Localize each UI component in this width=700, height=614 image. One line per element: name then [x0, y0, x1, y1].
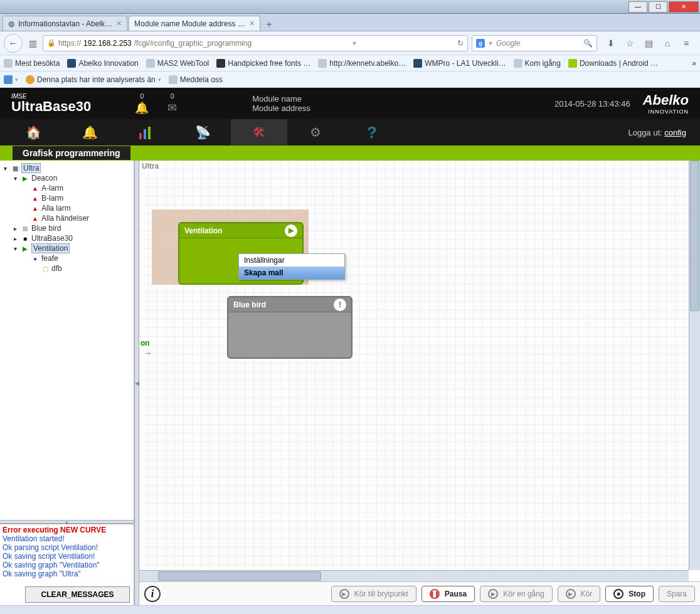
- message-line: Error executing NEW CURVE: [3, 526, 131, 534]
- library-icon[interactable]: ▤: [642, 37, 655, 50]
- message-list[interactable]: Error executing NEW CURVEVentilation sta…: [0, 524, 134, 585]
- tree-label: feafe: [41, 254, 58, 263]
- bookmark-item[interactable]: http://kennetv.abelko…: [318, 59, 406, 68]
- module-name: Module name: [252, 94, 310, 103]
- tree-root[interactable]: ▾ ▦ Ultra: [1, 163, 132, 173]
- new-tab-button[interactable]: +: [262, 18, 277, 31]
- tree-item[interactable]: ▲A-larm: [1, 183, 132, 193]
- play-icon[interactable]: ▶: [285, 225, 297, 237]
- tree-node-icon: ⊞: [21, 225, 29, 232]
- vertical-splitter[interactable]: ◀: [134, 161, 139, 605]
- horizontal-scrollbar[interactable]: [139, 570, 689, 581]
- tree-item[interactable]: ▸⊞Blue bird: [1, 223, 132, 233]
- recent-pages-icon[interactable]: ▥: [26, 37, 39, 50]
- tree-item[interactable]: ▾▶Deacon: [1, 173, 132, 183]
- window-close-button[interactable]: ✕: [669, 1, 699, 13]
- logout: Logga ut: config: [628, 128, 695, 137]
- bookmark-item[interactable]: Kom igång: [514, 59, 561, 68]
- left-panel: ▾ ▦ Ultra ▾▶Deacon▲A-larm▲B-larm▲Alla la…: [0, 161, 134, 605]
- tree-view[interactable]: ▾ ▦ Ultra ▾▶Deacon▲A-larm▲B-larm▲Alla la…: [0, 161, 134, 520]
- search-dropdown-icon[interactable]: ▾: [489, 39, 492, 48]
- nav-charts[interactable]: [118, 119, 174, 146]
- bookmark-item[interactable]: WMPro - LA1 Utveckli…: [413, 59, 506, 68]
- context-menu-item[interactable]: Skapa mall: [239, 267, 344, 279]
- tree-item[interactable]: ▲Alla händelser: [1, 213, 132, 223]
- tree-label: UltraBase30: [31, 234, 73, 243]
- tree-node-icon: ▢: [41, 265, 49, 272]
- expand-icon[interactable]: ▾: [11, 245, 19, 252]
- back-button[interactable]: ←: [4, 34, 23, 53]
- node-bluebird[interactable]: Blue bird !: [227, 296, 353, 359]
- tree-item[interactable]: ●feafe: [1, 253, 132, 263]
- brand-logo: Abelko INNOVATION: [643, 92, 689, 115]
- reload-icon[interactable]: ↻: [457, 39, 464, 48]
- tree-label: Ultra: [21, 163, 41, 173]
- play-icon: ▶: [339, 589, 349, 599]
- close-icon[interactable]: ✕: [116, 19, 122, 28]
- expand-icon[interactable]: ▸: [11, 225, 19, 232]
- bookmarks-overflow[interactable]: »: [692, 59, 696, 68]
- alarm-indicator[interactable]: 0 🔔: [135, 92, 149, 115]
- search-icon[interactable]: 🔍: [583, 39, 593, 48]
- stop-icon: ■: [613, 589, 623, 599]
- logout-link[interactable]: config: [664, 128, 686, 137]
- save-button[interactable]: Spara: [659, 586, 695, 602]
- dropdown-icon[interactable]: ▾: [353, 39, 356, 48]
- home-icon[interactable]: ⌂: [661, 37, 674, 50]
- stop-button[interactable]: ■Stop: [605, 586, 654, 602]
- main-area: ▾ ▦ Ultra ▾▶Deacon▲A-larm▲B-larm▲Alla la…: [0, 161, 700, 605]
- site-icon: [216, 59, 225, 68]
- mail-indicator[interactable]: 0 ✉: [167, 92, 177, 115]
- run-once-button[interactable]: ▶Kör en gång: [480, 586, 552, 602]
- info-button[interactable]: i: [144, 586, 161, 602]
- scrollbar-thumb[interactable]: [690, 161, 699, 311]
- clear-messages-button[interactable]: CLEAR_MESSAGES: [25, 586, 130, 603]
- tree-item[interactable]: ▸■UltraBase30: [1, 233, 132, 243]
- close-icon[interactable]: ✕: [249, 19, 255, 28]
- tree-item[interactable]: ▾▶Ventilation: [1, 243, 132, 253]
- pause-button[interactable]: ❚❚Pausa: [422, 586, 475, 602]
- expand-icon[interactable]: ▸: [11, 235, 19, 242]
- run-to-breakpoint-button[interactable]: ▶Kör till brytpunkt: [331, 586, 416, 602]
- nav-comm[interactable]: 📡: [174, 119, 231, 146]
- nav-home[interactable]: 🏠: [5, 119, 61, 146]
- collapse-icon[interactable]: ▾: [1, 165, 9, 172]
- canvas-viewport[interactable]: Ultra Ventilation ▶ Blue bird !: [139, 161, 689, 570]
- nav-help[interactable]: ?: [344, 119, 400, 146]
- nav-alarms[interactable]: 🔔: [61, 119, 118, 146]
- context-menu[interactable]: Inställningar Skapa mall: [238, 253, 345, 280]
- bookmark-icon[interactable]: ☆: [623, 37, 636, 50]
- bookmarks-toolbar: Mest besökta Abelko Innovation MAS2 WebT…: [0, 55, 700, 71]
- search-bar[interactable]: g ▾ Google 🔍: [472, 35, 597, 51]
- addon-link[interactable]: Meddela oss: [169, 75, 223, 84]
- downloads-icon[interactable]: ⬇: [605, 37, 617, 50]
- tree-label: Deacon: [31, 174, 57, 183]
- window-maximize-button[interactable]: ☐: [649, 1, 667, 13]
- addon-status[interactable]: Denna plats har inte analyserats än ▾: [26, 75, 161, 84]
- nav-config[interactable]: 🛠: [231, 119, 287, 146]
- canvas-footer: i ▶Kör till brytpunkt ❚❚Pausa ▶Kör en gå…: [139, 581, 700, 605]
- bookmark-item[interactable]: MAS2 WebTool: [146, 59, 209, 68]
- browser-tab[interactable]: Module name Module address … ✕: [129, 16, 260, 31]
- tree-item[interactable]: ▲B-larm: [1, 193, 132, 203]
- bookmark-item[interactable]: Handpicked free fonts …: [216, 59, 310, 68]
- nav-system[interactable]: ⚙: [287, 119, 344, 146]
- canvas[interactable]: Ultra Ventilation ▶ Blue bird !: [139, 161, 689, 570]
- scrollbar-thumb[interactable]: [158, 571, 321, 581]
- window-minimize-button[interactable]: —: [628, 1, 647, 13]
- menu-icon[interactable]: ≡: [680, 37, 692, 50]
- bookmark-item[interactable]: Mest besökta: [4, 59, 60, 68]
- run-button[interactable]: ▶Kör: [558, 586, 601, 602]
- os-resize-grip[interactable]: [0, 605, 700, 614]
- message-line: Ok parsing script Ventilation!: [3, 543, 131, 552]
- bookmark-item[interactable]: Downloads | Android …: [568, 59, 658, 68]
- expand-icon[interactable]: ▾: [11, 175, 19, 182]
- tree-item[interactable]: ▢dfb: [1, 263, 132, 273]
- bookmark-item[interactable]: Abelko Innovation: [67, 59, 138, 68]
- url-bar[interactable]: 🔒 https://192.168.2.253/fcgi/#config_gra…: [43, 35, 468, 51]
- browser-tab[interactable]: ◍ Informationstavlan - Abelk… ✕: [3, 16, 127, 31]
- tree-item[interactable]: ▲Alla larm: [1, 203, 132, 213]
- context-menu-item[interactable]: Inställningar: [239, 254, 344, 267]
- addon-icon[interactable]: ▾: [4, 75, 18, 84]
- vertical-scrollbar[interactable]: [689, 161, 700, 570]
